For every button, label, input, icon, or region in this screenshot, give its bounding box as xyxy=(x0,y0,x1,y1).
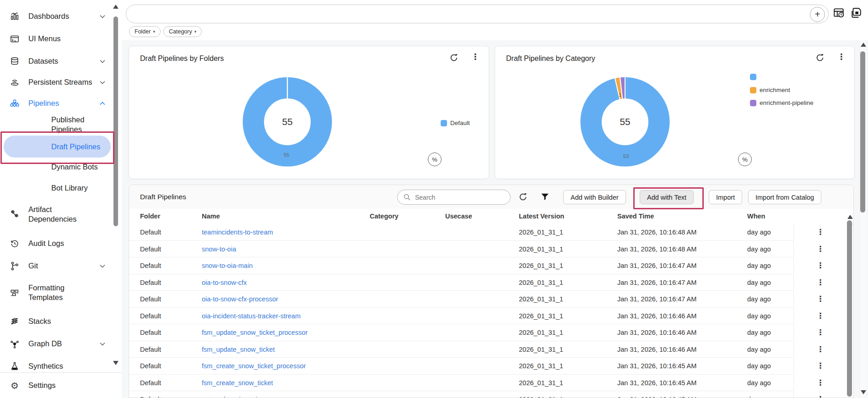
import-from-catalog-button[interactable]: Import from Catalog xyxy=(748,190,821,204)
cell-saved-time: Jan 31, 2026, 10:16:47 AM xyxy=(617,291,696,307)
sidebar-item-dashboards[interactable]: Dashboards xyxy=(0,7,113,26)
row-actions-menu[interactable]: ⋮ xyxy=(794,274,847,291)
cell-latest-version: 2026_01_31_1 xyxy=(519,241,563,257)
filter-funnel-icon[interactable] xyxy=(540,192,550,202)
cell-saved-time: Jan 31, 2026, 10:16:47 AM xyxy=(617,257,696,274)
sidebar-item-formatting-templates[interactable]: Formatting Templates xyxy=(0,278,113,307)
sidebar-item-settings[interactable]: ⚙ Settings xyxy=(0,376,113,395)
row-actions-menu[interactable]: ⋮ xyxy=(794,375,847,392)
col-header-usecase: Usecase xyxy=(445,209,472,224)
pipeline-link[interactable]: snow-to-oia xyxy=(202,241,236,257)
pipeline-link[interactable]: oia-to-snow-cfx-processor xyxy=(202,291,278,307)
row-actions-menu[interactable]: ⋮ xyxy=(794,241,847,258)
percent-toggle-button[interactable]: % xyxy=(738,153,752,166)
legend-item-blank[interactable] xyxy=(750,74,760,80)
col-header-folder: Folder xyxy=(140,209,160,224)
row-actions-menu[interactable]: ⋮ xyxy=(794,391,847,398)
cell-saved-time: Jan 31, 2026, 10:16:46 AM xyxy=(617,341,696,358)
percent-toggle-button[interactable]: % xyxy=(428,153,442,166)
refresh-icon[interactable] xyxy=(815,53,825,63)
table-row: Default teamincidents-to-stream 2026_01_… xyxy=(129,224,793,241)
main-scroll-down[interactable] xyxy=(861,390,866,394)
divider xyxy=(0,372,122,373)
sidebar-item-stacks[interactable]: Stacks xyxy=(0,312,113,331)
category-filter-pill[interactable]: Category▾ xyxy=(163,26,202,37)
sidebar-item-pipelines[interactable]: Pipelines xyxy=(0,94,113,113)
sidebar-item-audit-logs[interactable]: Audit Logs xyxy=(0,234,113,253)
refresh-icon[interactable] xyxy=(518,192,528,202)
sidebar-scrollbar-thumb[interactable] xyxy=(113,16,118,226)
sidebar-item-persistent-streams[interactable]: Persistent Streams xyxy=(0,73,113,92)
row-actions-menu[interactable]: ⋮ xyxy=(794,341,847,358)
caret-down-icon: ▾ xyxy=(153,29,155,34)
add-filter-button[interactable]: + xyxy=(810,7,825,22)
legend-item-enrichment[interactable]: enrichment xyxy=(750,87,790,93)
table-scrollbar-thumb[interactable] xyxy=(847,220,852,397)
table-scroll-up[interactable] xyxy=(847,215,853,219)
card-menu-kebab[interactable]: ⋮ xyxy=(471,52,480,63)
search-input[interactable] xyxy=(414,191,503,204)
refresh-icon[interactable] xyxy=(449,53,459,63)
main-scroll-up[interactable] xyxy=(861,43,866,47)
sidebar-item-datasets[interactable]: Datasets xyxy=(0,52,113,71)
row-actions-menu[interactable]: ⋮ xyxy=(794,224,847,241)
pipelines-icon xyxy=(9,98,20,109)
main-scrollbar-thumb[interactable] xyxy=(860,51,865,213)
col-header-name: Name xyxy=(202,209,220,224)
pipeline-link[interactable]: fsm_update_snow_ticket xyxy=(202,341,275,358)
row-actions-menu[interactable]: ⋮ xyxy=(794,308,847,325)
add-with-builder-button[interactable]: Add with Builder xyxy=(563,190,626,204)
legend-item-enrichment-pipeline[interactable]: enrichment-pipeline xyxy=(750,99,814,106)
chevron-down-icon xyxy=(100,264,105,268)
chevron-up-icon xyxy=(100,102,105,105)
legend-item-default[interactable]: Default xyxy=(441,120,470,126)
row-actions-menu[interactable]: ⋮ xyxy=(794,257,847,274)
pipeline-link[interactable]: teamincidents-to-stream xyxy=(202,224,273,240)
legend-swatch xyxy=(750,74,756,80)
datasets-icon xyxy=(9,56,20,67)
pipeline-link[interactable]: external-to-oia-main xyxy=(202,391,261,398)
import-button[interactable]: Import xyxy=(709,190,742,204)
row-actions-menu[interactable]: ⋮ xyxy=(794,291,847,308)
sidebar-item-draft-pipelines[interactable]: Draft Pipelines xyxy=(4,136,111,158)
topbar: + Folder▾ Category▾ xyxy=(122,0,868,40)
pipeline-link[interactable]: oia-to-snow-cfx xyxy=(202,274,247,291)
sidebar-item-ui-menus[interactable]: UI Menus xyxy=(0,30,113,48)
cell-latest-version: 2026_01_31_1 xyxy=(519,358,563,374)
card-menu-kebab[interactable]: ⋮ xyxy=(837,52,846,63)
sidebar-scroll-up[interactable] xyxy=(113,5,119,9)
row-actions-menu[interactable]: ⋮ xyxy=(794,324,847,341)
pipeline-link[interactable]: fsm_update_snow_ticket_processor xyxy=(202,324,307,341)
cell-when: day ago xyxy=(747,274,771,291)
table-row: Default fsm_create_snow_ticket 2026_01_3… xyxy=(129,375,793,392)
row-actions-menu[interactable]: ⋮ xyxy=(794,358,847,375)
cell-latest-version: 2026_01_31_1 xyxy=(519,341,563,358)
sidebar-item-synthetics[interactable]: Synthetics xyxy=(0,357,113,376)
folder-filter-pill[interactable]: Folder▾ xyxy=(129,26,161,37)
sidebar-item-git[interactable]: Git xyxy=(0,257,113,275)
dashboard-filter-input[interactable]: + xyxy=(126,5,829,23)
table-search-box[interactable] xyxy=(397,190,511,205)
sidebar-item-published-pipelines[interactable]: Published Pipelines xyxy=(0,115,113,134)
sidebar-item-bot-library[interactable]: Bot Library xyxy=(0,179,113,197)
sidebar-scroll-down[interactable] xyxy=(113,361,119,365)
pipeline-link[interactable]: snow-to-oia-main xyxy=(202,257,253,274)
cell-when: day ago xyxy=(747,358,771,374)
sidebar-item-graph-db[interactable]: Graph DB xyxy=(0,335,113,353)
save-dashboard-icon[interactable] xyxy=(850,7,862,19)
card-title: Draft Pipelines by Folders xyxy=(140,55,224,63)
cell-when: day ago xyxy=(747,224,771,240)
table-row: Default snow-to-oia-main 2026_01_31_1 Ja… xyxy=(129,257,793,274)
pipeline-link[interactable]: fsm_create_snow_ticket_processor xyxy=(202,358,306,374)
donut-chart-folders[interactable]: 55 55 xyxy=(242,76,333,167)
pipeline-link[interactable]: oia-incident-status-tracker-stream xyxy=(202,308,301,324)
cell-folder: Default xyxy=(140,358,161,374)
sidebar-item-artifact-dependencies[interactable]: Artifact Dependencies xyxy=(0,200,113,229)
donut-chart-category[interactable]: 55 53 1 xyxy=(580,76,670,167)
sidebar-item-dynamic-bots[interactable]: Dynamic Bots xyxy=(0,158,113,176)
add-with-text-button[interactable]: Add with Text xyxy=(640,190,694,204)
cell-when: day ago xyxy=(747,375,771,391)
col-header-saved-time: Saved Time xyxy=(617,209,654,224)
pipeline-link[interactable]: fsm_create_snow_ticket xyxy=(202,375,273,391)
dashboard-history-icon[interactable] xyxy=(833,7,845,19)
